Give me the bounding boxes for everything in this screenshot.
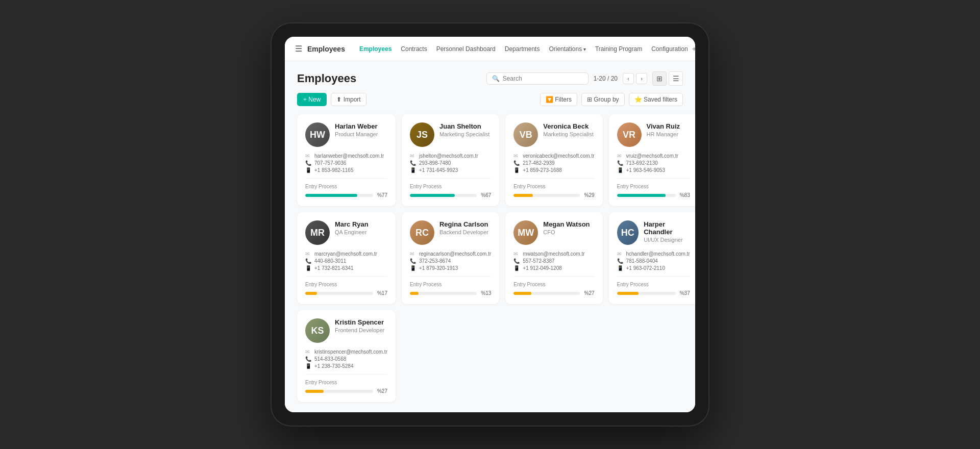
employee-card[interactable]: HW Harlan Weber Product Manager ✉ harlan… — [297, 114, 396, 206]
nav-personnel-dashboard[interactable]: Personnel Dashboard — [436, 45, 496, 53]
mobile-text: +1 912-049-1208 — [523, 265, 561, 271]
email-row: ✉ reginacarlson@mechsoft.com.tr — [410, 251, 491, 257]
progress-row: %17 — [305, 290, 387, 296]
nav-contracts[interactable]: Contracts — [401, 45, 427, 53]
email-row: ✉ kristinspencer@mechsoft.com.tr — [305, 349, 387, 355]
search-box[interactable]: 🔍 — [486, 72, 589, 85]
email-row: ✉ mwatson@mechsoft.com.tr — [513, 251, 594, 257]
plus-icon[interactable]: ＋ — [688, 43, 695, 55]
nav-departments[interactable]: Departments — [505, 45, 540, 53]
progress-bar-bg — [305, 194, 373, 197]
import-button[interactable]: ⬆ Import — [331, 93, 366, 106]
card-top: VB Veronica Beck Marketing Specialist — [513, 122, 594, 147]
search-input[interactable] — [503, 75, 583, 82]
saved-filters-button[interactable]: ⭐ Saved filters — [629, 93, 683, 106]
top-nav: ☰ Employees Employees Contracts Personne… — [285, 37, 695, 61]
prev-page-button[interactable]: ‹ — [623, 73, 634, 84]
progress-row: %27 — [305, 388, 387, 394]
employee-card[interactable]: MR Marc Ryan QA Engineer ✉ marcryan@mech… — [297, 212, 396, 304]
card-top: HW Harlan Weber Product Manager — [305, 122, 387, 147]
card-top: RC Regina Carlson Backend Developer — [410, 220, 491, 245]
mobile-text: +1 859-273-1688 — [523, 167, 561, 173]
progress-bar-fill — [305, 390, 324, 393]
employee-info: Megan Watson CFO — [543, 220, 590, 235]
employee-avatar: RC — [410, 220, 434, 245]
email-row: ✉ hchandler@mechsoft.com.tr — [617, 251, 690, 257]
employee-card[interactable]: VR Vivan Ruiz HR Manager ✉ vruiz@mechsof… — [609, 114, 696, 206]
progress-bar-fill — [305, 292, 317, 295]
employee-title: Backend Developer — [439, 229, 488, 235]
email-row: ✉ marcryan@mechsoft.com.tr — [305, 251, 387, 257]
groupby-button[interactable]: ⊞ Group by — [581, 93, 625, 106]
mobile-icon: 📱 — [410, 265, 416, 271]
phone-text: 293-898-7480 — [419, 160, 451, 166]
progress-percent: %27 — [377, 388, 387, 394]
employee-card[interactable]: RC Regina Carlson Backend Developer ✉ re… — [402, 212, 499, 304]
list-view-button[interactable]: ☰ — [669, 71, 683, 86]
nav-training-program[interactable]: Training Program — [595, 45, 642, 53]
progress-row: %13 — [410, 290, 491, 296]
employee-avatar: KS — [305, 318, 330, 343]
phone-text: 440-680-3011 — [314, 258, 346, 264]
progress-percent: %37 — [680, 290, 690, 296]
filters-button[interactable]: 🔽 Filters — [540, 93, 577, 106]
email-text: reginacarlson@mechsoft.com.tr — [419, 251, 491, 257]
employee-card[interactable]: MW Megan Watson CFO ✉ mwatson@mechsoft.c… — [505, 212, 602, 304]
employee-avatar: JS — [410, 122, 434, 147]
mobile-row: 📱 +1 963-546-9053 — [617, 167, 690, 173]
mobile-row: 📱 +1 879-320-1913 — [410, 265, 491, 271]
employee-name: Megan Watson — [543, 220, 590, 228]
employee-card[interactable]: JS Juan Shelton Marketing Specialist ✉ j… — [402, 114, 499, 206]
progress-percent: %77 — [377, 192, 387, 198]
phone-text: 372-253-8674 — [419, 258, 451, 264]
contact-info: ✉ jshelton@mechsoft.com.tr 📞 293-898-748… — [410, 153, 491, 173]
progress-row: %67 — [410, 192, 491, 198]
mobile-row: 📱 +1 731-645-9923 — [410, 167, 491, 173]
nav-orientations[interactable]: Orientations — [549, 45, 585, 53]
email-row: ✉ jshelton@mechsoft.com.tr — [410, 153, 491, 159]
progress-percent: %13 — [481, 290, 491, 296]
employee-card[interactable]: VB Veronica Beck Marketing Specialist ✉ … — [505, 114, 602, 206]
nav-employees[interactable]: Employees — [359, 45, 391, 53]
progress-row: %37 — [617, 290, 690, 296]
progress-bar-bg — [513, 194, 580, 197]
entry-section: Entry Process %27 — [513, 276, 594, 296]
entry-section: Entry Process %29 — [513, 178, 594, 198]
mobile-row: 📱 +1 963-072-2110 — [617, 265, 690, 271]
mobile-row: 📱 +1 912-049-1208 — [513, 265, 594, 271]
progress-row: %29 — [513, 192, 594, 198]
phone-icon: 📞 — [513, 160, 520, 166]
employee-name: Marc Ryan — [335, 220, 369, 228]
progress-bar-bg — [305, 292, 373, 295]
mobile-icon: 📱 — [513, 167, 520, 173]
phone-icon: 📞 — [305, 258, 311, 264]
phone-row: 📞 514-833-0568 — [305, 356, 387, 362]
employee-title: Frontend Developer — [335, 327, 384, 333]
entry-section: Entry Process %13 — [410, 276, 491, 296]
contact-info: ✉ reginacarlson@mechsoft.com.tr 📞 372-25… — [410, 251, 491, 271]
progress-bar-fill — [513, 292, 531, 295]
next-page-button[interactable]: › — [636, 73, 647, 84]
employee-card[interactable]: HC Harper Chandler UI/UX Designer ✉ hcha… — [609, 212, 696, 304]
entry-section: Entry Process %17 — [305, 276, 387, 296]
tablet-frame: ☰ Employees Employees Contracts Personne… — [271, 22, 709, 427]
new-button[interactable]: + New — [297, 93, 327, 106]
employee-name: Harper Chandler — [644, 220, 690, 236]
grid-view-button[interactable]: ⊞ — [652, 71, 667, 86]
progress-bar-bg — [305, 390, 373, 393]
email-row: ✉ veronicabeck@mechsoft.com.tr — [513, 153, 594, 159]
contact-info: ✉ veronicabeck@mechsoft.com.tr 📞 217-482… — [513, 153, 594, 173]
toolbar-left: + New ⬆ Import — [297, 93, 366, 106]
employee-info: Juan Shelton Marketing Specialist — [439, 122, 489, 137]
email-text: harlanweber@mechsoft.com.tr — [314, 153, 384, 159]
email-icon: ✉ — [617, 251, 623, 257]
employee-title: UI/UX Designer — [644, 237, 690, 243]
employee-card[interactable]: KS Kristin Spencer Frontend Developer ✉ … — [297, 310, 396, 402]
entry-section: Entry Process %83 — [617, 178, 690, 198]
nav-configuration[interactable]: Configuration — [651, 45, 688, 53]
hamburger-icon[interactable]: ☰ — [295, 44, 302, 54]
email-text: jshelton@mechsoft.com.tr — [419, 153, 478, 159]
contact-info: ✉ vruiz@mechsoft.com.tr 📞 713-692-2130 📱… — [617, 153, 690, 173]
mobile-icon: 📱 — [513, 265, 520, 271]
email-icon: ✉ — [513, 251, 520, 257]
